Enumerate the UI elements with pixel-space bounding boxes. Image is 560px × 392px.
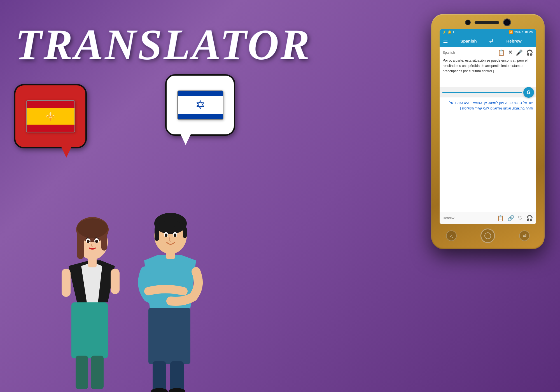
svg-point-11 bbox=[87, 240, 90, 243]
svg-rect-29 bbox=[170, 361, 184, 392]
copy-icon[interactable]: 📋 bbox=[498, 49, 505, 56]
home-button[interactable] bbox=[480, 228, 495, 243]
input-toolbar: Spanish 📋 ✕ 🎤 🎧 bbox=[443, 49, 533, 56]
output-text: יתר על כן, במצב זה ניתן למצוא, אך התוצאה… bbox=[443, 100, 533, 111]
hebrew-bubble: ✡ bbox=[165, 74, 235, 136]
time-display: 1:18 PM bbox=[522, 31, 533, 34]
svg-point-8 bbox=[77, 218, 108, 238]
favorite-icon[interactable]: ♡ bbox=[518, 215, 523, 221]
svg-point-12 bbox=[95, 240, 98, 243]
input-section: Spanish 📋 ✕ 🎤 🎧 Por otra parte, esta sit… bbox=[440, 47, 536, 87]
phone-screen: ⚡ 🔔 G 📶 29% 1:18 PM ☰ Spanish ⇄ Hebrew S… bbox=[440, 29, 536, 224]
share-icon[interactable]: 🔗 bbox=[507, 215, 514, 221]
phone-top-bar bbox=[434, 18, 542, 26]
output-copy-icon[interactable]: 📋 bbox=[497, 215, 504, 221]
svg-rect-13 bbox=[62, 269, 71, 297]
phone: ⚡ 🔔 G 📶 29% 1:18 PM ☰ Spanish ⇄ Hebrew S… bbox=[431, 14, 545, 249]
output-action-icons: 📋 🔗 ♡ 🎧 bbox=[497, 215, 533, 221]
back-button[interactable]: ◁ bbox=[446, 230, 457, 241]
divider-row: G bbox=[440, 87, 536, 97]
svg-point-27 bbox=[174, 234, 176, 237]
output-language-label: Hebrew bbox=[443, 216, 454, 220]
wifi-icon: 📶 bbox=[509, 30, 513, 34]
app-title: TRANSLATOR bbox=[15, 20, 311, 70]
nav-bar: ☰ Spanish ⇄ Hebrew bbox=[440, 35, 536, 47]
input-language-label: Spanish bbox=[443, 51, 455, 55]
camera-lens bbox=[503, 18, 511, 26]
status-left-icons: ⚡ 🔔 G bbox=[442, 30, 456, 34]
swap-languages-icon[interactable]: ⇄ bbox=[489, 38, 493, 44]
translate-button[interactable]: G bbox=[523, 87, 534, 98]
speaker-grille bbox=[475, 21, 499, 24]
svg-rect-15 bbox=[76, 356, 88, 389]
notification-icon: 🔔 bbox=[448, 30, 452, 34]
mic-icon[interactable]: 🎤 bbox=[516, 49, 523, 56]
israel-flag: ✡ bbox=[177, 90, 223, 120]
svg-rect-16 bbox=[91, 356, 104, 389]
svg-rect-14 bbox=[111, 269, 120, 294]
usb-icon: ⚡ bbox=[442, 30, 446, 34]
front-camera bbox=[465, 20, 471, 25]
recents-button[interactable]: ⏎ bbox=[519, 230, 530, 241]
listen-icon[interactable]: 🎧 bbox=[526, 49, 533, 56]
svg-rect-0 bbox=[71, 302, 108, 358]
divider-line bbox=[442, 92, 522, 93]
spain-flag: ⚜️ bbox=[26, 100, 75, 132]
spanish-bubble: ⚜️ bbox=[14, 84, 87, 148]
app-icon: G bbox=[453, 30, 456, 34]
phone-bottom-buttons: ◁ ⏎ bbox=[434, 228, 542, 243]
svg-point-26 bbox=[165, 234, 167, 237]
hamburger-icon[interactable]: ☰ bbox=[443, 38, 448, 44]
svg-rect-17 bbox=[148, 308, 190, 364]
target-language[interactable]: Hebrew bbox=[495, 39, 533, 43]
status-right: 📶 29% 1:18 PM bbox=[509, 30, 533, 34]
output-toolbar: Hebrew 📋 🔗 ♡ 🎧 bbox=[440, 212, 536, 224]
svg-rect-28 bbox=[153, 361, 166, 392]
input-text[interactable]: Por otra parte, esta situación se puede … bbox=[443, 58, 533, 85]
output-section: יתר על כן, במצב זה ניתן למצוא, אך התוצאה… bbox=[440, 97, 536, 212]
source-language[interactable]: Spanish bbox=[450, 39, 487, 43]
clear-icon[interactable]: ✕ bbox=[508, 49, 512, 56]
output-listen-icon[interactable]: 🎧 bbox=[526, 215, 533, 221]
signal-bars: 29% bbox=[514, 31, 521, 34]
input-action-icons: 📋 ✕ 🎤 🎧 bbox=[498, 49, 533, 56]
characters-illustration bbox=[28, 160, 246, 392]
status-bar: ⚡ 🔔 G 📶 29% 1:18 PM bbox=[440, 29, 536, 35]
